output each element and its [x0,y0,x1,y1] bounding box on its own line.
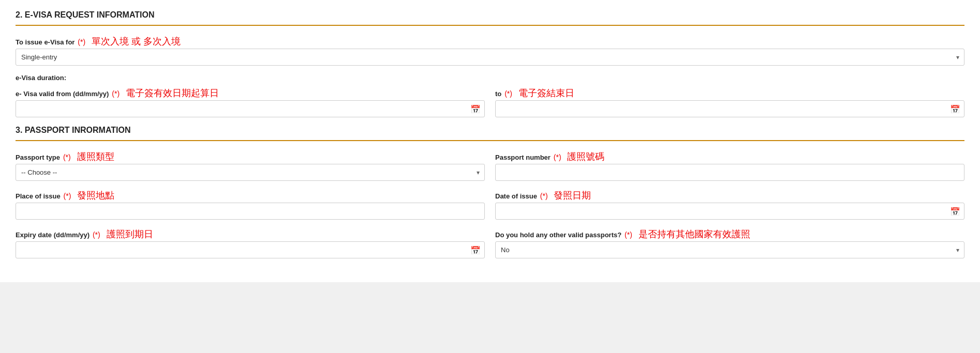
other-passports-select[interactable]: No Yes [495,241,964,258]
section3-divider [16,140,964,141]
to-calendar-icon[interactable]: 📅 [950,104,960,114]
expiry-date-required: (*) [93,231,100,239]
to-input[interactable] [495,100,964,117]
section3: 3. PASSPORT INRORMATION Passport type (*… [16,126,964,258]
passport-number-input[interactable] [495,164,964,181]
other-passports-label-row: Do you hold any other valid passports? (… [495,228,964,241]
evisa-duration-section: e-Visa duration: e- Visa valid from (dd/… [16,74,964,117]
date-of-issue-col: Date of issue (*) 發照日期 📅 [495,189,964,220]
passport-row1: Passport type (*) 護照類型 -- Choose -- Ordi… [16,150,964,181]
date-row: e- Visa valid from (dd/mm/yy) (*) 電子簽有效日… [16,87,964,117]
other-passports-required: (*) [625,231,632,239]
passport-type-select-wrapper: -- Choose -- Ordinary passport Diplomati… [16,164,485,181]
valid-from-col: e- Visa valid from (dd/mm/yy) (*) 電子簽有效日… [16,87,485,117]
passport-number-label: Passport number [495,154,551,161]
valid-from-calendar-icon[interactable]: 📅 [470,104,481,114]
passport-type-annotation: 護照類型 [77,151,114,162]
other-passports-select-wrapper: No Yes ▾ [495,241,964,258]
valid-from-input-wrapper: 📅 [16,100,485,117]
place-of-issue-input[interactable] [16,203,485,220]
to-label-row: to (*) 電子簽結束日 [495,87,964,100]
passport-row2: Place of issue (*) 發照地點 Date of issue (*… [16,189,964,220]
expiry-date-input-wrapper: 📅 [16,241,485,258]
valid-from-label-row: e- Visa valid from (dd/mm/yy) (*) 電子簽有效日… [16,87,485,100]
issue-for-required: (*) [78,38,85,46]
date-of-issue-label: Date of issue [495,192,537,200]
other-passports-annotation: 是否持有其他國家有效護照 [639,229,750,239]
passport-type-select[interactable]: -- Choose -- Ordinary passport Diplomati… [16,164,485,181]
valid-from-required: (*) [112,89,120,98]
passport-row3: Expiry date (dd/mm/yy) (*) 護照到期日 📅 Do yo… [16,228,964,258]
valid-from-label: e- Visa valid from (dd/mm/yy) [16,90,109,98]
date-of-issue-label-row: Date of issue (*) 發照日期 [495,189,964,203]
issue-for-group: To issue e-Visa for (*) 單次入境 或 多次入境 Sing… [16,35,964,66]
passport-number-annotation: 護照號碼 [567,151,604,162]
expiry-date-input[interactable] [16,241,485,258]
section3-title: 3. PASSPORT INRORMATION [16,126,964,137]
date-of-issue-input-wrapper: 📅 [495,203,964,220]
expiry-date-annotation: 護照到期日 [107,229,153,239]
expiry-date-col: Expiry date (dd/mm/yy) (*) 護照到期日 📅 [16,228,485,258]
issue-for-label: To issue e-Visa for [16,38,75,46]
place-of-issue-col: Place of issue (*) 發照地點 [16,189,485,220]
place-of-issue-label: Place of issue [16,192,61,200]
date-of-issue-calendar-icon[interactable]: 📅 [950,206,960,216]
to-required: (*) [504,89,512,98]
passport-type-col: Passport type (*) 護照類型 -- Choose -- Ordi… [16,150,485,181]
expiry-date-label-row: Expiry date (dd/mm/yy) (*) 護照到期日 [16,228,485,241]
passport-number-label-row: Passport number (*) 護照號碼 [495,150,964,164]
place-of-issue-annotation: 發照地點 [77,190,114,201]
page-container: 2. E-VISA REQUEST INFORMATION To issue e… [0,0,980,282]
date-of-issue-annotation: 發照日期 [554,190,591,201]
passport-type-required: (*) [63,153,71,161]
date-of-issue-required: (*) [540,192,548,200]
issue-for-select[interactable]: Single-entry Multiple-entry [16,49,964,66]
to-label: to [495,90,501,98]
passport-number-col: Passport number (*) 護照號碼 [495,150,964,181]
to-input-wrapper: 📅 [495,100,964,117]
section2-divider [16,25,964,26]
place-of-issue-label-row: Place of issue (*) 發照地點 [16,189,485,203]
valid-from-annotation: 電子簽有效日期起算日 [126,88,219,98]
date-of-issue-input[interactable] [495,203,964,220]
valid-from-input[interactable] [16,100,485,117]
other-passports-col: Do you hold any other valid passports? (… [495,228,964,258]
other-passports-label: Do you hold any other valid passports? [495,231,621,239]
issue-for-annotation: 單次入境 或 多次入境 [92,36,181,47]
to-col: to (*) 電子簽結束日 📅 [495,87,964,117]
place-of-issue-required: (*) [64,192,71,200]
passport-type-label-row: Passport type (*) 護照類型 [16,150,485,164]
passport-type-label: Passport type [16,154,60,161]
to-annotation: 電子簽結束日 [518,88,574,98]
section2-title: 2. E-VISA REQUEST INFORMATION [16,10,964,22]
issue-for-select-wrapper: Single-entry Multiple-entry ▾ [16,49,964,66]
passport-number-required: (*) [554,153,561,161]
duration-label: e-Visa duration: [16,74,964,82]
expiry-date-calendar-icon[interactable]: 📅 [470,245,481,255]
expiry-date-label: Expiry date (dd/mm/yy) [16,231,90,239]
issue-for-label-row: To issue e-Visa for (*) 單次入境 或 多次入境 [16,35,964,49]
section2: 2. E-VISA REQUEST INFORMATION To issue e… [16,10,964,117]
